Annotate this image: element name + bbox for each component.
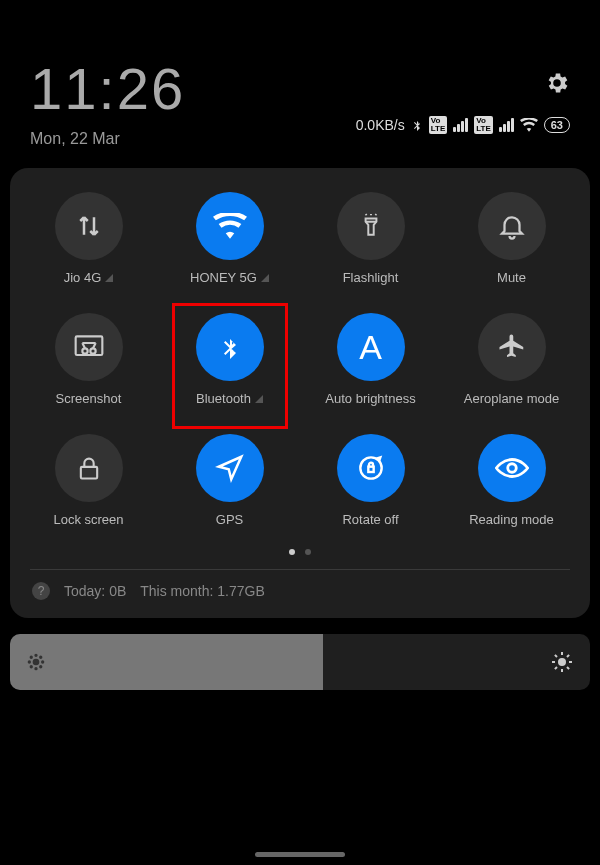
- svg-point-9: [35, 668, 37, 670]
- tile-label: GPS: [216, 512, 243, 527]
- tile-mute[interactable]: Mute: [445, 192, 578, 285]
- tile-flashlight[interactable]: Flashlight: [304, 192, 437, 285]
- tile-label: Bluetooth: [196, 391, 251, 406]
- expand-icon: [261, 274, 269, 282]
- clock: 11:26: [30, 55, 185, 122]
- svg-rect-5: [368, 467, 373, 472]
- tile-label: Flashlight: [343, 270, 399, 285]
- tile-label: Reading mode: [469, 512, 554, 527]
- data-arrows-icon: [74, 211, 104, 241]
- bluetooth-icon: [218, 330, 242, 364]
- tile-label: Aeroplane mode: [464, 391, 559, 406]
- svg-point-15: [40, 656, 42, 658]
- svg-rect-3: [80, 467, 96, 479]
- data-usage-row[interactable]: ? Today: 0B This month: 1.77GB: [22, 570, 578, 604]
- tile-label: Jio 4G: [64, 270, 102, 285]
- volte-badge-2: VoLTE: [474, 116, 493, 134]
- screenshot-icon: [73, 333, 105, 361]
- date: Mon, 22 Mar: [30, 130, 185, 148]
- tile-wifi[interactable]: HONEY 5G: [163, 192, 296, 285]
- tile-reading-mode[interactable]: Reading mode: [445, 434, 578, 527]
- tile-label: Mute: [497, 270, 526, 285]
- airplane-icon: [497, 332, 527, 362]
- signal-icon-2: [499, 118, 514, 132]
- flashlight-icon: [358, 210, 384, 242]
- bluetooth-status-icon: [411, 117, 423, 133]
- expand-icon: [105, 274, 113, 282]
- expand-icon: [255, 395, 263, 403]
- info-icon: ?: [32, 582, 50, 600]
- svg-point-14: [30, 666, 32, 668]
- svg-point-8: [35, 655, 37, 657]
- tile-rotate[interactable]: Rotate off: [304, 434, 437, 527]
- usage-today: Today: 0B: [64, 583, 126, 599]
- brightness-high-icon: [550, 650, 574, 674]
- tile-label: Screenshot: [56, 391, 122, 406]
- volte-badge-1: VoLTE: [429, 116, 448, 134]
- tile-bluetooth[interactable]: Bluetooth: [163, 313, 296, 406]
- svg-point-7: [34, 660, 39, 665]
- lock-icon: [75, 453, 103, 483]
- tile-mobile-data[interactable]: Jio 4G: [22, 192, 155, 285]
- svg-rect-0: [75, 336, 102, 355]
- rotate-lock-icon: [355, 452, 387, 484]
- tile-lock-screen[interactable]: Lock screen: [22, 434, 155, 527]
- svg-point-2: [90, 348, 95, 353]
- svg-point-1: [82, 348, 87, 353]
- svg-point-12: [30, 656, 32, 658]
- quick-settings-panel: Jio 4G HONEY 5G Flashlight Mute Screensh…: [10, 168, 590, 618]
- wifi-status-icon: [520, 118, 538, 132]
- network-speed: 0.0KB/s: [356, 117, 405, 133]
- svg-point-6: [507, 464, 516, 473]
- tile-label: Lock screen: [53, 512, 123, 527]
- brightness-slider[interactable]: [10, 634, 590, 690]
- settings-icon[interactable]: [544, 70, 570, 96]
- svg-point-13: [40, 666, 42, 668]
- home-indicator[interactable]: [255, 852, 345, 857]
- svg-point-10: [29, 661, 31, 663]
- battery-indicator: 63: [544, 117, 570, 133]
- tile-label: Rotate off: [342, 512, 398, 527]
- usage-month: This month: 1.77GB: [140, 583, 265, 599]
- status-bar: 0.0KB/s VoLTE VoLTE 63: [356, 116, 570, 134]
- tile-label: HONEY 5G: [190, 270, 257, 285]
- tile-screenshot[interactable]: Screenshot: [22, 313, 155, 406]
- eye-icon: [495, 456, 529, 480]
- tile-aeroplane-mode[interactable]: Aeroplane mode: [445, 313, 578, 406]
- letter-a-icon: A: [359, 328, 382, 367]
- brightness-fill: [10, 634, 323, 690]
- wifi-icon: [213, 213, 247, 239]
- header: 11:26 Mon, 22 Mar 0.0KB/s VoLTE VoLTE 63: [0, 0, 600, 158]
- signal-icon-1: [453, 118, 468, 132]
- tile-gps[interactable]: GPS: [163, 434, 296, 527]
- tile-auto-brightness[interactable]: A Auto brightness: [304, 313, 437, 406]
- svg-point-11: [42, 661, 44, 663]
- svg-point-16: [558, 658, 566, 666]
- brightness-low-icon: [26, 652, 46, 672]
- tile-label: Auto brightness: [325, 391, 415, 406]
- location-arrow-icon: [215, 453, 245, 483]
- bell-icon: [497, 211, 527, 241]
- page-indicator: [22, 549, 578, 555]
